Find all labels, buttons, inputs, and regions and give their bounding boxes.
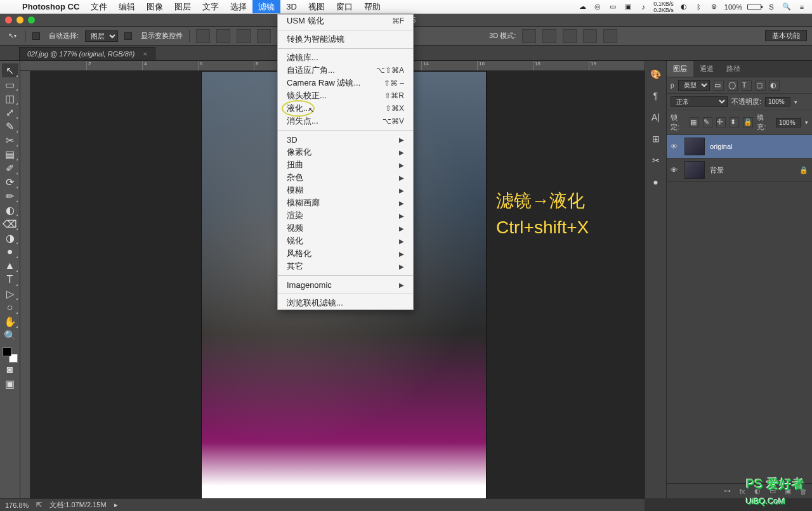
- tab-paths[interactable]: 路径: [720, 61, 747, 77]
- menu-filter-gallery[interactable]: 滤镜库...: [278, 51, 413, 64]
- align-btn-2[interactable]: [216, 29, 230, 43]
- menu-file[interactable]: 文件: [85, 0, 113, 13]
- styles-dock-icon[interactable]: ✂: [648, 152, 664, 169]
- layer-item-original[interactable]: 👁 original: [667, 135, 812, 158]
- menu-camera-raw[interactable]: Camera Raw 滤镜...⇧⌘ –: [278, 77, 413, 89]
- menu-filter[interactable]: 滤镜: [252, 0, 280, 13]
- menu-usm-sharpen[interactable]: USM 锐化⌘F: [278, 15, 413, 27]
- adjustments-dock-icon[interactable]: ⊞: [648, 131, 664, 147]
- menu-imagenomic-sub[interactable]: Imagenomic▶: [278, 278, 413, 291]
- pen-tool[interactable]: ▲: [2, 259, 18, 273]
- quick-mask[interactable]: ◙: [2, 363, 18, 377]
- doc-info[interactable]: 文档:1.07M/2.15M: [49, 500, 106, 510]
- menu-3d-sub[interactable]: 3D▶: [278, 133, 413, 146]
- lock-pixels-icon[interactable]: ✎: [703, 117, 712, 127]
- character-dock-icon[interactable]: A|: [648, 109, 664, 126]
- visibility-icon[interactable]: 👁: [671, 143, 679, 150]
- color-swatches[interactable]: [3, 347, 18, 363]
- align-btn-4[interactable]: [257, 29, 271, 43]
- menu-distort-sub[interactable]: 扭曲▶: [278, 158, 413, 171]
- screen-mode[interactable]: ▣: [2, 377, 18, 391]
- fill-input[interactable]: [776, 118, 801, 127]
- menu-adaptive-wide[interactable]: 自适应广角...⌥⇧⌘A: [278, 64, 413, 77]
- shape-tool[interactable]: ○: [2, 301, 18, 314]
- dodge-tool[interactable]: ●: [2, 245, 18, 259]
- tab-layers[interactable]: 图层: [667, 61, 693, 77]
- 3d-btn-3[interactable]: [563, 29, 577, 43]
- menu-3d[interactable]: 3D: [280, 0, 303, 13]
- lock-transparent-icon[interactable]: ▦: [690, 117, 699, 127]
- filter-icon-3[interactable]: T: [742, 81, 752, 91]
- healing-tool[interactable]: ▤: [2, 147, 18, 161]
- auto-select-checkbox[interactable]: [32, 32, 40, 40]
- menu-help[interactable]: 帮助: [358, 0, 386, 13]
- auto-select-dropdown[interactable]: 图层: [85, 30, 118, 42]
- menu-other-sub[interactable]: 其它▶: [278, 260, 413, 273]
- lock-artboard-icon[interactable]: ⬍: [730, 117, 739, 127]
- quick-select-tool[interactable]: ⤢: [2, 105, 18, 119]
- lock-all-icon[interactable]: 🔒: [743, 117, 753, 127]
- type-tool[interactable]: T: [2, 273, 18, 287]
- tab-channels[interactable]: 通道: [693, 61, 720, 77]
- screen-icon[interactable]: ▣: [623, 2, 633, 12]
- wechat-icon[interactable]: ☁: [577, 2, 587, 12]
- align-btn-3[interactable]: [237, 29, 251, 43]
- layer-item-background[interactable]: 👁 背景 🔒: [667, 158, 812, 182]
- doc-tab[interactable]: 02f.jpg @ 177% (original, RGB/8#) ×: [19, 47, 155, 60]
- crop-tool[interactable]: ✎: [2, 119, 18, 133]
- menu-blur-sub[interactable]: 模糊▶: [278, 184, 413, 197]
- battery-icon[interactable]: [747, 4, 761, 10]
- close-icon[interactable]: [5, 16, 12, 23]
- menu-pixelate-sub[interactable]: 像素化▶: [278, 146, 413, 158]
- menu-view[interactable]: 视图: [303, 0, 331, 13]
- menu-smart-filter[interactable]: 转换为智能滤镜: [278, 33, 413, 46]
- history-brush-tool[interactable]: ✏: [2, 189, 18, 203]
- wifi-icon[interactable]: ⊚: [709, 2, 719, 12]
- align-btn-1[interactable]: [196, 29, 210, 43]
- hand-tool[interactable]: ✋: [2, 314, 18, 328]
- menu-type[interactable]: 文字: [197, 0, 225, 13]
- menu-stylize-sub[interactable]: 风格化▶: [278, 247, 413, 260]
- layer-thumbnail[interactable]: [684, 161, 705, 179]
- visibility-icon[interactable]: 👁: [671, 166, 679, 174]
- 3d-btn-4[interactable]: [583, 29, 597, 43]
- eyedropper-tool[interactable]: ✂: [2, 133, 18, 147]
- layer-thumbnail[interactable]: [684, 138, 705, 155]
- menu-image[interactable]: 图像: [141, 0, 169, 13]
- path-select-tool[interactable]: ▷: [2, 287, 18, 301]
- menu-layer[interactable]: 图层: [169, 0, 197, 13]
- lock-position-icon[interactable]: ✢: [716, 117, 726, 127]
- filter-icon-5[interactable]: ◐: [769, 81, 780, 91]
- marquee-tool[interactable]: ▭: [2, 77, 18, 91]
- menu-video-sub[interactable]: 视频▶: [278, 222, 413, 235]
- show-transform-checkbox[interactable]: [124, 32, 132, 40]
- qq-icon[interactable]: ◎: [593, 2, 603, 12]
- color-dock-icon[interactable]: 🎨: [648, 66, 664, 82]
- user-icon[interactable]: ◐: [679, 2, 689, 12]
- maximize-icon[interactable]: [28, 16, 35, 23]
- menu-noise-sub[interactable]: 杂色▶: [278, 171, 413, 184]
- filter-icon-2[interactable]: ◯: [728, 81, 738, 91]
- foreground-color[interactable]: [3, 347, 11, 356]
- video-icon[interactable]: ▭: [608, 2, 618, 12]
- menu-render-sub[interactable]: 渲染▶: [278, 209, 413, 222]
- filter-icon-4[interactable]: ▢: [756, 81, 766, 91]
- bluetooth-icon[interactable]: ᛒ: [694, 2, 704, 12]
- menu-lens-correction[interactable]: 镜头校正...⇧⌘R: [278, 89, 413, 102]
- menu-sharpen-sub[interactable]: 锐化▶: [278, 235, 413, 247]
- lasso-tool[interactable]: ◫: [2, 91, 18, 105]
- 3d-btn-5[interactable]: [603, 29, 617, 43]
- notification-icon[interactable]: ≡: [797, 2, 807, 12]
- doc-tab-close-icon[interactable]: ×: [143, 50, 147, 58]
- gradient-tool[interactable]: ⌫: [2, 217, 18, 231]
- input-icon[interactable]: S: [766, 2, 776, 12]
- blur-tool[interactable]: ◑: [2, 231, 18, 245]
- link-layers-icon[interactable]: ⊶: [722, 486, 732, 496]
- workspace-switcher[interactable]: 基本功能: [765, 30, 807, 41]
- menu-select[interactable]: 选择: [225, 0, 252, 13]
- circle-dock-icon[interactable]: ●: [648, 174, 664, 190]
- filter-icon-1[interactable]: ▭: [714, 81, 724, 91]
- ruler-origin[interactable]: [20, 61, 30, 71]
- blend-mode-select[interactable]: 正常: [671, 96, 728, 107]
- move-tool-icon[interactable]: ↖▾: [5, 29, 19, 43]
